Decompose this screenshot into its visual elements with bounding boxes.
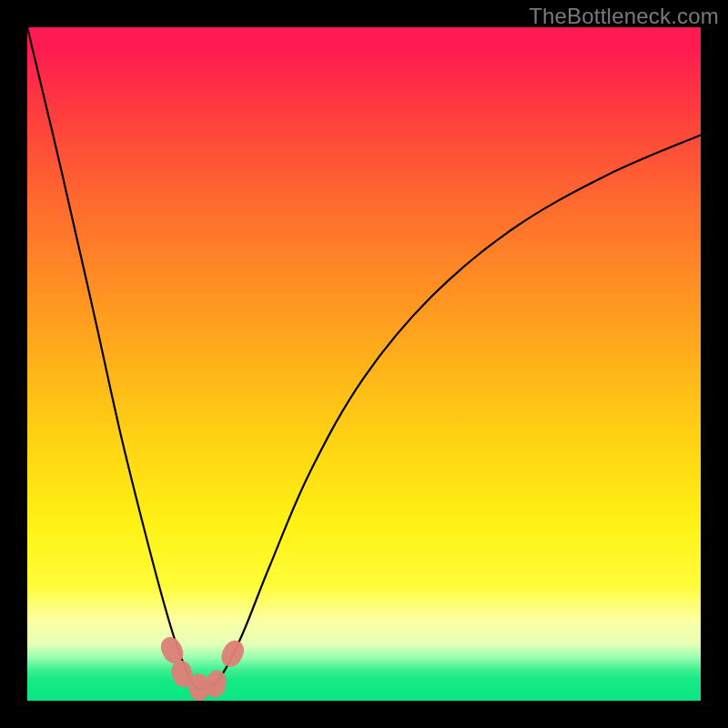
bottleneck-curve [27, 27, 701, 690]
plot-area [27, 27, 701, 701]
bottleneck-curve-svg [27, 27, 701, 701]
marker-group [157, 633, 248, 701]
watermark-text: TheBottleneck.com [529, 4, 719, 29]
chart-frame: TheBottleneck.com [0, 0, 728, 728]
blob-5 [217, 637, 248, 671]
